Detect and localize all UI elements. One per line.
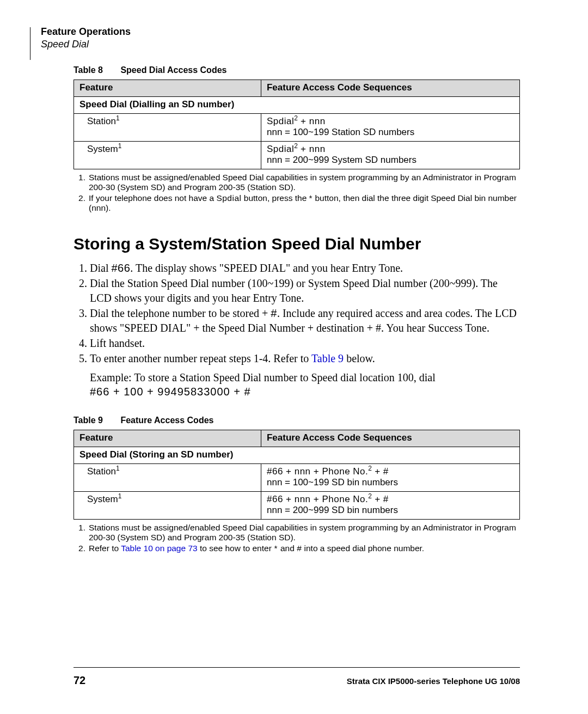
table9: Feature Feature Access Code Sequences Sp… — [74, 430, 520, 520]
table8-subhead: Speed Dial (Dialling an SD number) — [74, 97, 520, 114]
table9-r0-seq: #66 + nnn + Phone No.2 + # nnn = 100~199… — [261, 463, 519, 491]
section-title: Feature Operations — [41, 26, 520, 38]
table-row: System1 #66 + nnn + Phone No.2 + # nnn =… — [74, 491, 520, 519]
table8-footnotes: 1. Stations must be assigned/enabled Spe… — [74, 173, 520, 213]
section-subtitle: Speed Dial — [41, 39, 520, 50]
table9-header-col1: Feature — [74, 430, 261, 447]
table9-footnotes: 1. Stations must be assigned/enabled Spe… — [74, 523, 520, 553]
table-row: Station1 Spdial2 + nnn nnn = 100~199 Sta… — [74, 114, 520, 142]
doc-title: Strata CIX IP5000-series Telephone UG 10… — [347, 676, 520, 686]
link-table-9[interactable]: Table 9 — [311, 352, 344, 364]
step-2: Dial the Station Speed Dial number (100~… — [90, 276, 520, 305]
page-footer: 72 Strata CIX IP5000-series Telephone UG… — [74, 674, 520, 687]
table8-header-col1: Feature — [74, 80, 261, 97]
table9-header-col2: Feature Access Code Sequences — [261, 430, 519, 447]
link-table-10[interactable]: Table 10 on page 73 — [121, 544, 197, 553]
table8: Feature Feature Access Code Sequences Sp… — [74, 80, 520, 169]
heading-storing-speed-dial: Storing a System/Station Speed Dial Numb… — [74, 235, 520, 253]
example: Example: To store a Station Speed Dial n… — [90, 370, 520, 399]
table8-caption-num: Table 8 — [74, 65, 103, 75]
step-5: To enter another number repeat steps 1-4… — [90, 351, 520, 365]
page: Feature Operations Speed Dial Table 8 Sp… — [0, 0, 588, 714]
content: Table 8 Speed Dial Access Codes Feature … — [74, 65, 520, 553]
footnote: 1. Stations must be assigned/enabled Spe… — [74, 523, 520, 542]
table9-r1-feature: System1 — [74, 491, 261, 519]
step-1: Dial #66. The display shows "SPEED DIAL"… — [90, 261, 520, 275]
page-number: 72 — [74, 674, 85, 687]
table8-r1-seq: Spdial2 + nnn nnn = 200~999 System SD nu… — [261, 142, 519, 169]
table-row: Station1 #66 + nnn + Phone No.2 + # nnn … — [74, 463, 520, 491]
footnote: 2. Refer to Table 10 on page 73 to see h… — [74, 544, 520, 553]
table9-r0-feature: Station1 — [74, 463, 261, 491]
footnote: 2. If your telephone does not have a Spd… — [74, 193, 520, 213]
table8-r0-feature: Station1 — [74, 114, 261, 142]
step-3: Dial the telephone number to be stored +… — [90, 306, 520, 335]
header-rule — [30, 27, 30, 60]
step-4: Lift handset. — [90, 336, 520, 350]
table8-r1-feature: System1 — [74, 142, 261, 169]
table8-header-col2: Feature Access Code Sequences — [261, 80, 519, 97]
procedure-steps: Dial #66. The display shows "SPEED DIAL"… — [74, 261, 520, 366]
table9-caption: Table 9 Feature Access Codes — [74, 416, 520, 425]
page-header: Feature Operations Speed Dial — [41, 26, 520, 50]
table-row: System1 Spdial2 + nnn nnn = 200~999 Syst… — [74, 142, 520, 169]
table9-caption-title: Feature Access Codes — [120, 416, 213, 425]
table8-caption: Table 8 Speed Dial Access Codes — [74, 65, 520, 75]
table9-r1-seq: #66 + nnn + Phone No.2 + # nnn = 200~999… — [261, 491, 519, 519]
table9-subhead: Speed Dial (Storing an SD number) — [74, 447, 520, 463]
table9-caption-num: Table 9 — [74, 416, 103, 425]
table8-r0-seq: Spdial2 + nnn nnn = 100~199 Station SD n… — [261, 114, 519, 142]
footer-rule — [74, 667, 520, 668]
table8-caption-title: Speed Dial Access Codes — [120, 65, 226, 75]
footnote: 1. Stations must be assigned/enabled Spe… — [74, 173, 520, 192]
